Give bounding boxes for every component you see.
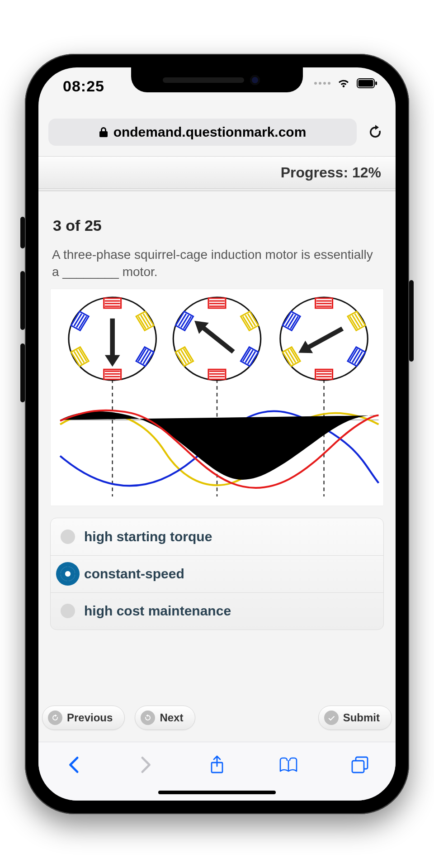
side-button: [20, 217, 25, 248]
submit-label: Submit: [343, 711, 380, 724]
svg-rect-2: [375, 81, 377, 85]
question-text: A three-phase squirrel-cage induction mo…: [52, 246, 382, 281]
phone-frame: 08:25 ondemand.questionma: [25, 54, 409, 814]
option-label: constant-speed: [84, 566, 184, 582]
side-button: [20, 343, 25, 402]
option-label: high cost maintenance: [84, 603, 231, 619]
submit-button[interactable]: Submit: [318, 706, 392, 730]
notch: [131, 67, 303, 92]
option-label: high starting torque: [84, 529, 212, 544]
svg-rect-1: [359, 80, 373, 87]
url-field[interactable]: ondemand.questionmark.com: [48, 119, 357, 146]
previous-label: Previous: [67, 711, 113, 724]
wifi-icon: [337, 78, 350, 88]
status-time: 08:25: [63, 77, 104, 95]
progress-label: Progress: 12%: [281, 164, 381, 181]
back-button[interactable]: [61, 752, 87, 777]
next-icon: [141, 711, 155, 725]
progress-bar: Progress: 12%: [38, 156, 396, 189]
browser-url-bar: ondemand.questionmark.com: [38, 113, 396, 151]
question-diagram: [50, 289, 384, 506]
submit-icon: [324, 711, 339, 725]
radio-icon: [61, 529, 75, 544]
side-button: [409, 280, 414, 362]
radio-icon: [61, 604, 75, 618]
options-list: high starting torque constant-speed high…: [50, 518, 384, 630]
radio-icon: [61, 567, 75, 581]
bookmarks-button[interactable]: [276, 752, 301, 777]
question-counter: 3 of 25: [53, 217, 384, 234]
option-1[interactable]: constant-speed: [51, 555, 383, 592]
option-2[interactable]: high cost maintenance: [51, 592, 383, 630]
forward-button[interactable]: [133, 752, 158, 777]
cellular-icon: [314, 82, 330, 85]
tabs-button[interactable]: [347, 752, 373, 777]
question-nav: Previous Next Submit: [38, 702, 396, 734]
screen: 08:25 ondemand.questionma: [38, 67, 396, 801]
reload-button[interactable]: [365, 122, 386, 143]
url-domain: ondemand.questionmark.com: [113, 124, 307, 140]
battery-icon: [357, 78, 377, 88]
next-label: Next: [160, 711, 183, 724]
lock-icon: [99, 127, 108, 138]
share-button[interactable]: [204, 752, 230, 777]
svg-rect-91: [352, 761, 364, 773]
option-0[interactable]: high starting torque: [51, 518, 383, 555]
question-panel: 3 of 25 A three-phase squirrel-cage indu…: [38, 190, 396, 742]
side-button: [20, 271, 25, 330]
previous-button[interactable]: Previous: [42, 706, 125, 730]
next-button[interactable]: Next: [135, 706, 195, 730]
home-indicator[interactable]: [158, 791, 276, 794]
previous-icon: [48, 711, 62, 725]
